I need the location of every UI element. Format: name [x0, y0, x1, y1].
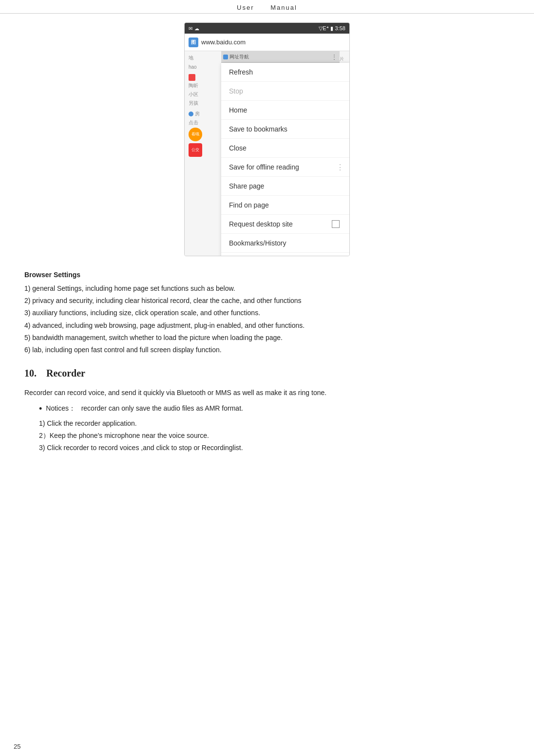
main-content: Browser Settings 1) general Settings, in… [0, 256, 534, 464]
menu-item-save-offline-dots: ⋮ [336, 163, 344, 172]
menu-item-close-label: Close [229, 144, 342, 152]
battery-icon: ▮ [330, 25, 333, 32]
menu-item-stop-label: Stop [229, 87, 342, 95]
menu-item-refresh-label: Refresh [229, 68, 342, 76]
status-bar: ✉ ☁ ▽E⁴ ▮ 3:58 [185, 23, 349, 34]
browser-viewport: 地 hao 陶昕 小区 另孩 房 点击 看哦 公交 [185, 51, 349, 256]
list-item: 4) advanced, including web browsing, pag… [24, 320, 510, 332]
header-left: User [237, 4, 254, 11]
menu-item-save-offline-label: Save for offline reading [229, 163, 342, 171]
browser-settings-title: Browser Settings [24, 271, 510, 279]
menu-item-share[interactable]: Share page [221, 177, 349, 196]
list-item: 3) auxiliary functions, including size, … [24, 307, 510, 319]
envelope-icon: ✉ [189, 26, 192, 31]
step-1: 1) Click the recorder application. [39, 417, 510, 430]
section-heading-recorder: 10. Recorder [24, 368, 510, 379]
webpage-background: 地 hao 陶昕 小区 另孩 房 点击 看哦 公交 [185, 51, 221, 256]
list-item: 5) bandwidth management, switch whether … [24, 332, 510, 344]
menu-item-bookmarks-history-label: Bookmarks/History [229, 239, 342, 247]
section-number: 10. [24, 368, 37, 378]
menu-item-bookmarks-history[interactable]: Bookmarks/History [221, 234, 349, 253]
menu-item-stop[interactable]: Stop [221, 82, 349, 101]
menu-item-refresh[interactable]: Refresh [221, 63, 349, 82]
page-number: 25 [14, 743, 20, 750]
notices-label: Notices： recorder can only save the audi… [46, 403, 243, 415]
menu-item-settings[interactable]: Settings [221, 253, 349, 256]
signal-icon: ▽E⁴ [319, 25, 328, 32]
menu-item-desktop-label: Request desktop site [229, 220, 332, 228]
menu-item-save-offline[interactable]: Save for offline reading ⋮ [221, 158, 349, 177]
browser-settings-list: 1) general Settings, including home page… [24, 283, 510, 356]
list-item: 6) lab, including open fast control and … [24, 344, 510, 356]
menu-item-desktop[interactable]: Request desktop site [221, 215, 349, 234]
tab-label: 网址导航 [229, 54, 249, 60]
menu-item-home[interactable]: Home [221, 101, 349, 120]
step-2: 2）Keep the phone's microphone near the v… [39, 430, 510, 442]
step-3: 3) Click recorder to record voices ,and … [39, 442, 510, 454]
context-menu: Refresh Stop Home Save to bookmarks Clos… [221, 63, 349, 256]
page-header: User Manual [0, 0, 534, 14]
desktop-site-checkbox[interactable] [332, 220, 340, 228]
menu-item-close[interactable]: Close [221, 139, 349, 158]
browser-logo: 图 [189, 38, 198, 47]
menu-item-save-bookmarks[interactable]: Save to bookmarks [221, 120, 349, 139]
phone-screenshot: ✉ ☁ ▽E⁴ ▮ 3:58 图 www.baidu.com 地 hao 陶昕 … [184, 22, 350, 256]
status-bar-right: ▽E⁴ ▮ 3:58 [319, 25, 345, 32]
recorder-description: Recorder can record voice, and send it q… [24, 387, 510, 399]
menu-item-find[interactable]: Find on page [221, 196, 349, 215]
menu-item-save-bookmarks-label: Save to bookmarks [229, 125, 342, 133]
menu-item-find-label: Find on page [229, 201, 342, 209]
url-display[interactable]: www.baidu.com [201, 38, 345, 46]
header-right: Manual [270, 4, 297, 11]
cloud-icon: ☁ [194, 26, 199, 31]
list-item: 1) general Settings, including home page… [24, 283, 510, 295]
address-bar[interactable]: 图 www.baidu.com [185, 34, 349, 51]
bullet-icon: • [39, 403, 42, 415]
section-title: Recorder [46, 368, 85, 378]
list-item: 2) privacy and security, including clear… [24, 295, 510, 307]
menu-item-home-label: Home [229, 106, 342, 114]
time-display: 3:58 [335, 25, 345, 31]
status-bar-left: ✉ ☁ [189, 26, 199, 31]
menu-item-share-label: Share page [229, 182, 342, 190]
notices-item: • Notices： recorder can only save the au… [39, 403, 510, 415]
